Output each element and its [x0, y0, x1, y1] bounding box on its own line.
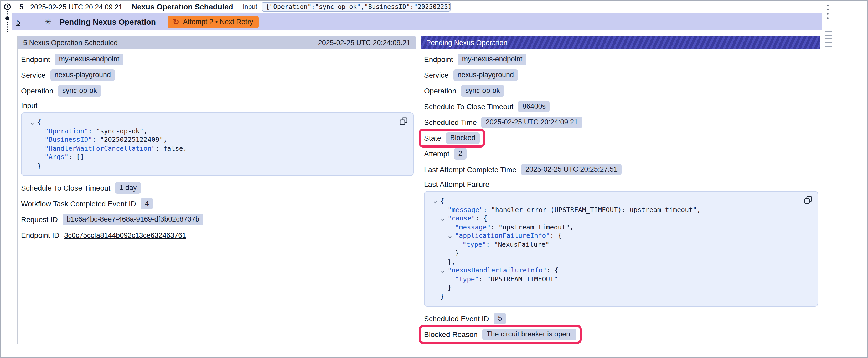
code-token: "upstream timeout" — [499, 223, 570, 231]
field-row: Workflow Task Completed Event ID 4 — [21, 198, 153, 209]
input-label: Input — [243, 3, 257, 10]
code-line: } — [29, 161, 392, 170]
code-line: }, — [432, 258, 797, 266]
pending-asterisk-icon: ✳ — [45, 18, 52, 26]
event-id[interactable]: 5 — [20, 3, 23, 11]
code-line: "nexusHandlerFailureInfo": { — [432, 266, 797, 275]
field-label: Request ID — [21, 215, 58, 224]
code-token: } — [455, 249, 459, 257]
value-link[interactable]: 3c0c75ccfa8144b092c13ce632463761 — [64, 231, 186, 239]
code-line: "cause": { — [432, 214, 797, 223]
retry-icon: ↻ — [173, 18, 179, 26]
copy-icon[interactable] — [399, 117, 408, 126]
code-token: : — [92, 135, 100, 143]
code-line: } — [432, 292, 797, 301]
code-line: "Operation": "sync-op-ok", — [29, 127, 392, 135]
field-row: Endpoint my-nexus-endpoint — [424, 54, 526, 65]
event-detail-panels: 5 Nexus Operation Scheduled 2025-02-25 U… — [17, 36, 867, 344]
failure-json-lines: {"message": "handler error (UPSTREAM_TIM… — [432, 197, 797, 301]
field-row: Operation sync-op-ok — [424, 85, 504, 97]
code-token: , — [163, 135, 167, 143]
code-line: "Args": [] — [29, 153, 392, 161]
field-label: State — [424, 134, 441, 142]
field-row: Scheduled Event ID 5 — [424, 313, 506, 324]
pending-operation-panel: Pending Nexus Operation Endpoint my-nexu… — [421, 36, 820, 344]
code-token: , — [570, 223, 574, 231]
field-label: Schedule To Close Timeout — [424, 102, 513, 111]
field-label: Workflow Task Completed Event ID — [21, 199, 136, 208]
scrollbar-thumb[interactable] — [826, 31, 832, 47]
field-value-badge: 86400s — [518, 101, 550, 112]
event-history-list: 5 2025-02-25 UTC 20:24:09.21 Nexus Opera… — [12, 1, 822, 30]
code-token: , — [697, 205, 701, 214]
scheduled-fields-bottom: Schedule To Close Timeout 1 day Workflow… — [21, 182, 415, 241]
field-row: Attempt 2 — [424, 148, 467, 160]
event-title: Nexus Operation Scheduled — [132, 3, 233, 11]
input-group-label: Input — [21, 101, 415, 110]
code-token: : — [479, 275, 487, 283]
code-token: false — [163, 144, 183, 152]
input-preview-pill[interactable]: {"Operation":"sync-op-ok","BusinessID":"… — [261, 2, 451, 11]
field-label: Schedule To Close Timeout — [21, 184, 110, 192]
field-row: Endpoint ID 3c0c75ccfa8144b092c13ce63246… — [21, 229, 186, 241]
attempt-badge-label: Attempt 2 • Next Retry — [183, 18, 253, 26]
field-label: Service — [21, 71, 45, 79]
field-value-badge: 1 day — [115, 182, 141, 194]
code-token: : — [155, 144, 163, 152]
code-token: [] — [76, 153, 84, 161]
attempt-retry-badge: ↻ Attempt 2 • Next Retry — [167, 15, 258, 28]
input-json-viewer: {"Operation": "sync-op-ok","BusinessID":… — [21, 112, 413, 176]
field-label: Operation — [424, 87, 456, 95]
code-token: "message" — [448, 205, 483, 214]
field-label: Operation — [21, 87, 53, 95]
field-label: Attempt — [424, 150, 450, 158]
field-row: Schedule To Close Timeout 1 day — [21, 182, 141, 194]
code-token: } — [440, 292, 444, 300]
code-token: "UPSTREAM_TIMEOUT" — [487, 275, 558, 283]
code-token: { — [440, 197, 444, 205]
code-token: : { — [547, 266, 558, 274]
scheduled-fields-top: Endpoint my-nexus-endpoint Service nexus… — [21, 54, 415, 97]
field-value-badge: my-nexus-endpoint — [458, 54, 527, 65]
drag-handle-dots-icon[interactable] — [827, 5, 829, 19]
pending-panel-title: Pending Nexus Operation — [426, 39, 507, 46]
code-token: , — [144, 127, 147, 135]
pending-panel-header: Pending Nexus Operation — [421, 36, 820, 50]
field-row: Scheduled Time 2025-02-25 UTC 20:24:09.2… — [424, 117, 582, 128]
event-row-scheduled[interactable]: 5 2025-02-25 UTC 20:24:09.21 Nexus Opera… — [12, 1, 822, 13]
scheduled-event-panel: 5 Nexus Operation Scheduled 2025-02-25 U… — [17, 36, 415, 344]
input-json-lines: {"Operation": "sync-op-ok","BusinessID":… — [29, 118, 392, 170]
pending-fields-top: Endpoint my-nexus-endpoint Service nexus… — [424, 54, 820, 175]
field-value-badge: nexus-playground — [50, 69, 115, 81]
temporal-event-history-screen: 5 2025-02-25 UTC 20:24:09.21 Nexus Opera… — [0, 0, 868, 358]
event-id-link[interactable]: 5 — [16, 18, 21, 26]
failure-json-viewer: {"message": "handler error (UPSTREAM_TIM… — [424, 191, 818, 306]
event-timeline-gutter — [2, 2, 13, 34]
field-label: Endpoint — [424, 55, 453, 64]
pending-fields-bottom: Scheduled Event ID 5 Blocked Reason The … — [424, 313, 820, 340]
field-value-badge: The circuit breaker is open. — [482, 329, 577, 340]
scheduled-panel-title: 5 Nexus Operation Scheduled — [23, 39, 118, 46]
field-row: Request ID b1c6a4bc-8ee7-468a-9169-df3b0… — [21, 214, 204, 225]
field-row: Operation sync-op-ok — [21, 85, 101, 97]
copy-icon[interactable] — [804, 196, 812, 204]
field-value-badge: 5 — [494, 313, 506, 324]
field-row: Endpoint my-nexus-endpoint — [21, 54, 123, 65]
code-token: "cause" — [448, 214, 475, 222]
code-line: } — [432, 249, 797, 258]
field-value-badge: Blocked — [446, 132, 479, 144]
field-value-badge: b1c6a4bc-8ee7-468a-9169-df3b02c8737b — [63, 214, 203, 225]
content-scrollbar-divider — [823, 1, 823, 357]
field-row: State Blocked — [424, 132, 479, 144]
field-label: Last Attempt Complete Time — [424, 165, 517, 174]
code-token: "sync-op-ok" — [96, 127, 144, 135]
code-token: "Args" — [45, 153, 68, 161]
field-row: Last Attempt Complete Time 2025-02-25 UT… — [424, 164, 622, 175]
code-token: , — [183, 144, 187, 152]
scheduled-panel-timestamp: 2025-02-25 UTC 20:24:09.21 — [318, 39, 410, 46]
event-row-pending[interactable]: 5 ✳ Pending Nexus Operation ↻ Attempt 2 … — [12, 13, 822, 30]
field-row: Service nexus-playground — [424, 69, 518, 81]
code-token: : — [68, 153, 76, 161]
code-line: { — [29, 118, 392, 127]
field-row: Service nexus-playground — [21, 69, 115, 81]
